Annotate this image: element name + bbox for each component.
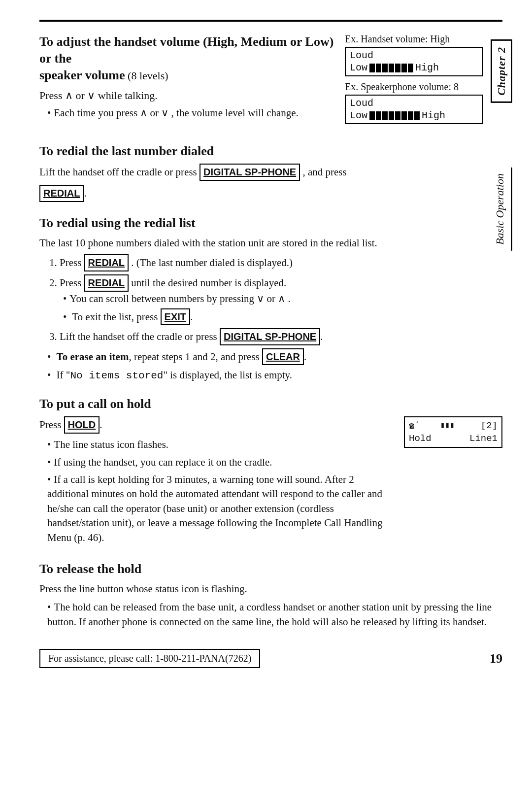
hold-section-container: Press HOLD. The line status icon flashes… [39, 416, 502, 548]
redial-last-period: . [84, 187, 86, 199]
erase-label: To erase an item [57, 351, 129, 363]
title-bold2: speaker volume [39, 68, 125, 82]
hold-phone-icon: ☎́ [409, 420, 414, 431]
hold-left: Press HOLD. The line status icon flashes… [39, 416, 394, 548]
release-heading: To release the hold [39, 562, 502, 576]
digital-sp-phone-key-2: DIGITAL SP-PHONE [220, 328, 320, 345]
hold-bullet-2: If using the handset, you can replace it… [47, 455, 394, 470]
sub-bullet-exit: To exit the list, press EXIT. [63, 308, 502, 325]
redial-list-heading: To redial using the redial list [39, 216, 502, 231]
hold-bullet-3: If a call is kept holding for 3 minutes,… [47, 473, 394, 545]
sub2-pre: To exit the list, press [72, 311, 158, 323]
hold-display-bottom: Hold Line1 [409, 433, 498, 444]
digital-sp-phone-key: DIGITAL SP-PHONE [200, 164, 300, 181]
step1-post: . (The last number dialed is displayed.) [131, 257, 293, 269]
step1-pre: 1. Press [49, 257, 81, 269]
sub2-post: . [190, 311, 193, 323]
hold-heading: To put a call on hold [39, 397, 502, 411]
redial-list-intro: The last 10 phone numbers dialed with th… [39, 236, 502, 250]
clear-key: CLEAR [262, 348, 304, 365]
no-items-bullet: If "No items stored" is displayed, the l… [47, 368, 502, 383]
step3-post: . [320, 331, 323, 342]
ex1-low-label: Low [350, 62, 367, 73]
volume-right: Ex. Handset volume: High Loud Low High [345, 34, 502, 129]
top-rule [39, 20, 502, 22]
volume-left: To adjust the handset volume (High, Medi… [39, 34, 335, 129]
step2-pre: 2. Press [49, 277, 81, 289]
no-items-post: " is displayed, the list is empty. [163, 369, 292, 381]
hold-key: HOLD [64, 416, 100, 434]
main-title: To adjust the handset volume (High, Medi… [39, 34, 335, 83]
volume-bullet: Each time you press ∧ or ∨ , the volume … [47, 106, 335, 120]
ex2-volume-box: Loud Low High [345, 95, 483, 124]
ex2-label: Ex. Speakerphone volume: 8 [345, 81, 502, 93]
redial-last-key2-line: REDIAL. [39, 185, 502, 202]
redial-key-step2: REDIAL [84, 274, 129, 292]
chapter-sidebar: Chapter 2 [491, 39, 512, 103]
ex2-loud: Loud [350, 98, 478, 109]
no-items-pre: If " [57, 369, 70, 381]
hold-display: ☎́ ▮▮▮ [2] Hold Line1 [404, 416, 502, 448]
key-underline: DIGITAL SP-PHONE [203, 167, 296, 177]
redial-last-heading: To redial the last number dialed [39, 144, 502, 159]
ex1-loud: Loud [350, 50, 478, 61]
redial-key-1: REDIAL [39, 185, 84, 202]
page-content: Chapter 2 Basic Operation To adjust the … [20, 0, 512, 688]
step-1: 1. Press REDIAL . (The last number diale… [49, 254, 502, 271]
sub-bullet-scroll: You can scroll between numbers by pressi… [63, 292, 502, 306]
hold-bullet-1: The line status icon flashes. [47, 438, 394, 452]
press-line: Press ∧ or ∨ while talking. [39, 89, 335, 102]
erase-post: , repeat steps 1 and 2, and press [129, 351, 259, 363]
step-3: 3. Lift the handset off the cradle or pr… [49, 328, 502, 345]
ex1-low-high: Low High [350, 62, 478, 73]
release-bullet: The hold can be released from the base u… [47, 600, 502, 629]
line-label: Line1 [469, 433, 498, 444]
volume-section: To adjust the handset volume (High, Medi… [39, 34, 502, 129]
erase-end: . [304, 351, 306, 363]
redial-key-step1: REDIAL [84, 254, 129, 271]
footer: For assistance, please call: 1-800-211-P… [39, 649, 502, 668]
redial-last-para: Lift the handset off the cradle or press… [39, 164, 502, 181]
ex2-low-label: Low [350, 110, 367, 121]
ex1-volume-box: Loud Low High [345, 47, 483, 76]
ex2-low-high: Low High [350, 110, 478, 121]
hold-display-top: ☎́ ▮▮▮ [2] [409, 420, 498, 431]
redial-list-steps: 1. Press REDIAL . (The last number diale… [49, 254, 502, 345]
hold-press-post: . [100, 419, 102, 431]
redial-last-pre: Lift the handset off the cradle or press [39, 166, 197, 178]
title-bold1: To adjust the handset volume [39, 34, 200, 49]
hold-line-num: [2] [481, 420, 498, 431]
ex2-high-label: High [422, 110, 445, 121]
release-para1: Press the line button whose status icon … [39, 581, 502, 596]
hold-label: Hold [409, 433, 432, 444]
ex1-high-label: High [415, 62, 439, 73]
hold-battery-icon: ▮▮▮ [440, 420, 455, 431]
basic-operation-sidebar: Basic Operation [491, 168, 512, 251]
hold-press-pre: Press [39, 419, 61, 431]
ex1-label: Ex. Handset volume: High [345, 34, 502, 45]
erase-bullet: To erase an item, repeat steps 1 and 2, … [47, 348, 502, 365]
step2-post: until the desired number is displayed. [131, 277, 286, 289]
ex2-bars [369, 111, 420, 120]
title-normal2: (8 levels) [125, 69, 168, 82]
exit-key: EXIT [161, 308, 190, 325]
ex1-bars [369, 64, 413, 72]
footer-assistance: For assistance, please call: 1-800-211-P… [39, 649, 260, 668]
page-number: 19 [490, 651, 502, 666]
step-2: 2. Press REDIAL until the desired number… [49, 274, 502, 325]
no-items-mono: No items stored [70, 370, 163, 381]
hold-press-line: Press HOLD. [39, 416, 394, 434]
redial-last-and: , and press [302, 166, 346, 178]
step3-pre: 3. Lift the handset off the cradle or pr… [49, 331, 217, 342]
